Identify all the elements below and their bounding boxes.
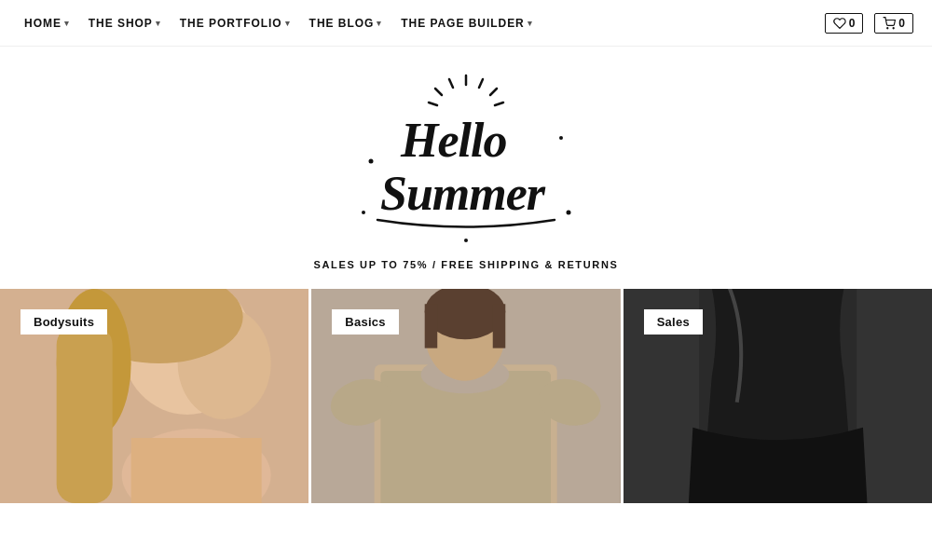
svg-point-14 bbox=[362, 211, 365, 214]
wishlist-button[interactable]: 0 bbox=[825, 13, 864, 34]
heart-icon bbox=[833, 17, 846, 30]
nav-menu: HOME ▾ THE SHOP ▾ THE PORTFOLIO ▾ THE BL… bbox=[19, 17, 539, 30]
sales-label: Sales bbox=[644, 309, 703, 335]
nav-shop-chevron: ▾ bbox=[156, 19, 161, 28]
nav-blog-chevron: ▾ bbox=[377, 19, 382, 28]
svg-line-7 bbox=[495, 102, 503, 105]
bodysuits-label: Bodysuits bbox=[21, 309, 107, 335]
category-grid: Bodysuits Basics bbox=[0, 289, 932, 503]
nav-icons: 0 0 bbox=[825, 13, 913, 34]
nav-portfolio[interactable]: THE PORTFOLIO ▾ bbox=[174, 17, 296, 30]
svg-line-4 bbox=[490, 89, 497, 95]
nav-home-label: HOME bbox=[24, 17, 62, 30]
nav-home-chevron: ▾ bbox=[64, 19, 70, 28]
svg-rect-21 bbox=[57, 326, 113, 503]
svg-line-6 bbox=[435, 89, 442, 95]
svg-line-5 bbox=[449, 79, 453, 88]
nav-shop-label: THE SHOP bbox=[89, 17, 153, 30]
nav-page-builder-chevron: ▾ bbox=[528, 19, 533, 28]
hero-logo: Hello Summer bbox=[345, 65, 587, 252]
category-bodysuits[interactable]: Bodysuits bbox=[0, 289, 308, 503]
svg-point-11 bbox=[369, 158, 374, 163]
cart-count: 0 bbox=[898, 17, 905, 30]
svg-line-8 bbox=[429, 102, 437, 105]
cart-icon bbox=[883, 17, 896, 30]
main-navigation: HOME ▾ THE SHOP ▾ THE PORTFOLIO ▾ THE BL… bbox=[0, 0, 932, 47]
hero-content: Hello Summer SALES UP TO 75% / FREE SHIP… bbox=[0, 47, 932, 280]
nav-portfolio-chevron: ▾ bbox=[285, 19, 291, 28]
svg-point-1 bbox=[893, 27, 894, 28]
nav-blog[interactable]: THE BLOG ▾ bbox=[304, 17, 389, 30]
svg-line-3 bbox=[479, 79, 483, 88]
wishlist-count: 0 bbox=[849, 17, 856, 30]
category-sales[interactable]: Sales bbox=[624, 289, 932, 503]
svg-text:Summer: Summer bbox=[380, 167, 546, 220]
nav-home[interactable]: HOME ▾ bbox=[19, 17, 75, 30]
hero-section: Hello Summer SALES UP TO 75% / FREE SHIP… bbox=[0, 47, 932, 280]
svg-rect-33 bbox=[493, 304, 506, 348]
sale-text: SALES UP TO 75% / FREE SHIPPING & RETURN… bbox=[313, 259, 618, 270]
nav-shop[interactable]: THE SHOP ▾ bbox=[83, 17, 167, 30]
nav-portfolio-label: THE PORTFOLIO bbox=[180, 17, 282, 30]
nav-page-builder-label: THE PAGE BUILDER bbox=[401, 17, 524, 30]
category-basics[interactable]: Basics bbox=[308, 289, 623, 503]
svg-point-15 bbox=[464, 239, 468, 242]
hello-summer-svg: Hello Summer bbox=[345, 68, 587, 250]
svg-text:Hello: Hello bbox=[400, 114, 506, 167]
svg-rect-32 bbox=[425, 304, 438, 348]
nav-blog-label: THE BLOG bbox=[309, 17, 375, 30]
basics-label: Basics bbox=[332, 309, 398, 335]
svg-point-12 bbox=[559, 136, 563, 140]
nav-page-builder[interactable]: THE PAGE BUILDER ▾ bbox=[395, 17, 538, 30]
svg-point-13 bbox=[567, 210, 571, 214]
svg-rect-23 bbox=[131, 438, 262, 503]
cart-button[interactable]: 0 bbox=[874, 13, 913, 34]
svg-point-0 bbox=[887, 27, 888, 28]
